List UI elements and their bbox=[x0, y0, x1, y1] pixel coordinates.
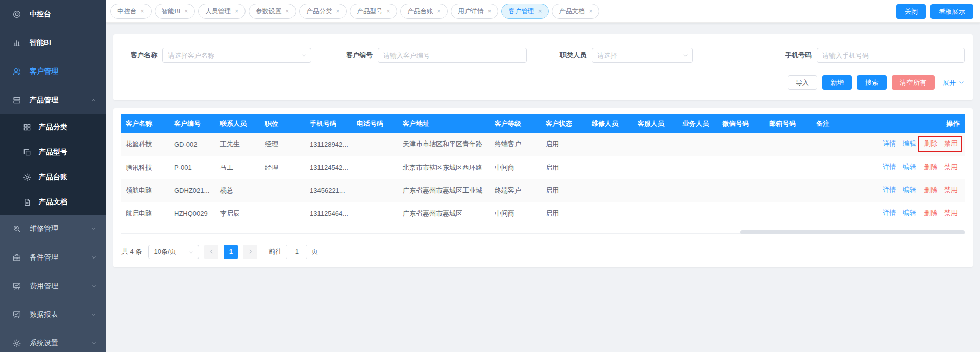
cell-sales-staff bbox=[678, 133, 718, 156]
chevron-down-icon bbox=[91, 312, 97, 318]
table-row: 花篮科技 GD-002 王先生 经理 131128942... 天津市市辖区和平… bbox=[121, 133, 965, 156]
scrollbar-thumb[interactable] bbox=[740, 230, 965, 234]
delete-link[interactable]: 删除 bbox=[924, 186, 937, 194]
close-tab-icon[interactable]: × bbox=[487, 8, 491, 14]
sidebar-item[interactable]: 产品管理 bbox=[0, 86, 106, 114]
detail-link[interactable]: 详情 bbox=[883, 163, 896, 171]
edit-link[interactable]: 编辑 bbox=[903, 139, 916, 147]
delete-link[interactable]: 删除 bbox=[924, 139, 937, 147]
edit-link[interactable]: 编辑 bbox=[903, 209, 916, 217]
cell-sales-staff bbox=[678, 179, 718, 202]
close-tab-icon[interactable]: × bbox=[437, 8, 440, 14]
sidebar-subitem[interactable]: 产品型号 bbox=[0, 139, 106, 165]
cell-address: 天津市市辖区和平区青年路 bbox=[399, 133, 491, 156]
sidebar-item[interactable]: 智能BI bbox=[0, 29, 106, 57]
cell-mobile: 131124542... bbox=[306, 156, 353, 179]
toolbox-icon bbox=[12, 253, 21, 262]
detail-link[interactable]: 详情 bbox=[883, 139, 896, 147]
repair-search-icon bbox=[12, 224, 21, 233]
close-tab-icon[interactable]: × bbox=[538, 8, 542, 14]
filter-mobile: 手机号码 bbox=[776, 48, 965, 63]
expand-toggle[interactable]: 展开 bbox=[943, 78, 965, 87]
page-tab[interactable]: 客户管理 × bbox=[501, 4, 549, 19]
staff-type-select[interactable] bbox=[592, 48, 693, 63]
close-tab-icon[interactable]: × bbox=[235, 8, 238, 14]
filter-customer-name: 客户名称 bbox=[121, 48, 311, 63]
sidebar-item[interactable]: 备件管理 bbox=[0, 243, 106, 272]
page-tab[interactable]: 产品台账 × bbox=[400, 4, 448, 19]
search-button[interactable]: 搜索 bbox=[857, 75, 887, 90]
delete-link[interactable]: 删除 bbox=[924, 163, 937, 171]
close-tab-icon[interactable]: × bbox=[386, 8, 390, 14]
sidebar-item-label: 费用管理 bbox=[30, 281, 58, 291]
sidebar-item[interactable]: 中控台 bbox=[0, 0, 106, 29]
filter-actions: 导入 新增 搜索 清空所有 展开 bbox=[121, 75, 965, 90]
sidebar-subitem-label: 产品台账 bbox=[39, 173, 67, 182]
customer-code-input[interactable] bbox=[378, 48, 527, 63]
page-tab[interactable]: 产品文档 × bbox=[552, 4, 599, 19]
sidebar-subitem[interactable]: 产品台账 bbox=[0, 165, 106, 190]
horizontal-scrollbar bbox=[121, 229, 965, 234]
sidebar-item[interactable]: 维修管理 bbox=[0, 215, 106, 243]
cell-grade: 终端客户 bbox=[491, 133, 542, 156]
table-body: 花篮科技 GD-002 王先生 经理 131128942... 天津市市辖区和平… bbox=[121, 133, 965, 225]
sidebar-item[interactable]: 费用管理 bbox=[0, 272, 106, 300]
sidebar-item-label: 数据报表 bbox=[30, 310, 58, 319]
disable-link[interactable]: 禁用 bbox=[944, 209, 958, 217]
page-tab[interactable]: 人员管理 × bbox=[198, 4, 246, 19]
page-tab[interactable]: 参数设置 × bbox=[249, 4, 296, 19]
col-wechat: 微信号码 bbox=[718, 114, 765, 133]
close-tab-icon[interactable]: × bbox=[141, 8, 144, 14]
col-status: 客户状态 bbox=[542, 114, 587, 133]
current-page[interactable]: 1 bbox=[224, 245, 238, 259]
board-display-button[interactable]: 看板展示 bbox=[930, 4, 973, 19]
cell-customer-code: HZHQ0029 bbox=[170, 202, 216, 225]
goto-page-input[interactable] bbox=[286, 245, 307, 259]
customer-table: 客户名称 客户编号 联系人员 职位 手机号码 电话号码 客户地址 客户等级 客户… bbox=[121, 114, 965, 225]
col-operations: 操作 bbox=[868, 114, 965, 133]
delete-disable-group: 删除 禁用 bbox=[918, 183, 962, 198]
disable-link[interactable]: 禁用 bbox=[944, 186, 958, 194]
prev-page-button[interactable] bbox=[204, 245, 218, 259]
col-contact: 联系人员 bbox=[216, 114, 261, 133]
detail-link[interactable]: 详情 bbox=[883, 209, 896, 217]
cell-address: 广东省惠州市惠城区工业城 bbox=[399, 179, 491, 202]
close-tab-icon[interactable]: × bbox=[589, 8, 592, 14]
import-button[interactable]: 导入 bbox=[788, 75, 817, 90]
sidebar-subitem[interactable]: 产品文档 bbox=[0, 190, 106, 215]
edit-link[interactable]: 编辑 bbox=[903, 163, 916, 171]
mobile-input[interactable] bbox=[817, 48, 965, 63]
customer-name-select[interactable] bbox=[162, 48, 311, 63]
close-tab-icon[interactable]: × bbox=[184, 8, 188, 14]
detail-link[interactable]: 详情 bbox=[883, 186, 896, 194]
sidebar-item[interactable]: 数据报表 bbox=[0, 300, 106, 329]
close-tab-icon[interactable]: × bbox=[336, 8, 339, 14]
page-tab[interactable]: 用户详情 × bbox=[451, 4, 498, 19]
add-button[interactable]: 新增 bbox=[822, 75, 852, 90]
close-button[interactable]: 关闭 bbox=[896, 4, 926, 19]
page-tab[interactable]: 产品分类 × bbox=[299, 4, 347, 19]
sidebar-item[interactable]: 系统设置 bbox=[0, 329, 106, 352]
cell-wechat bbox=[718, 156, 765, 179]
page-size-select[interactable]: 10条/页 bbox=[148, 245, 199, 259]
edit-link[interactable]: 编辑 bbox=[903, 186, 916, 194]
disable-link[interactable]: 禁用 bbox=[944, 163, 958, 171]
sidebar-subitem[interactable]: 产品分类 bbox=[0, 114, 106, 139]
page-tab[interactable]: 中控台 × bbox=[110, 4, 152, 19]
clear-all-button[interactable]: 清空所有 bbox=[892, 75, 935, 90]
next-page-button[interactable] bbox=[243, 245, 257, 259]
chart-board-icon bbox=[12, 310, 21, 319]
chevron-right-icon bbox=[247, 248, 254, 255]
cell-customer-code: GD-002 bbox=[170, 133, 216, 156]
close-tab-icon[interactable]: × bbox=[285, 8, 289, 14]
chevron-left-icon bbox=[208, 248, 215, 255]
sidebar-item[interactable]: 客户管理 bbox=[0, 57, 106, 86]
cell-wechat bbox=[718, 179, 765, 202]
disable-link[interactable]: 禁用 bbox=[944, 139, 958, 147]
page-tab[interactable]: 产品型号 × bbox=[350, 4, 397, 19]
col-title: 职位 bbox=[261, 114, 306, 133]
delete-link[interactable]: 删除 bbox=[924, 209, 937, 217]
page-tab[interactable]: 智能BI × bbox=[155, 4, 195, 19]
cell-sales-staff bbox=[678, 202, 718, 225]
customer-name-label: 客户名称 bbox=[121, 51, 157, 60]
